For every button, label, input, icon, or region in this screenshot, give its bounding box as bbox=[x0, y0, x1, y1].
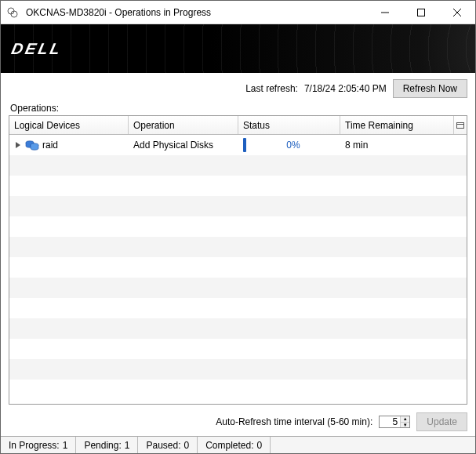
spinner-down-icon[interactable]: ▼ bbox=[401, 423, 409, 428]
col-header-logical-devices[interactable]: Logical Devices bbox=[9, 116, 129, 134]
col-header-time-remaining[interactable]: Time Remaining bbox=[340, 116, 454, 134]
status-in-progress: In Progress: 1 bbox=[1, 437, 76, 453]
titlebar: OKCNAS-MD3820i - Operations in Progress bbox=[1, 1, 475, 24]
empty-row bbox=[9, 359, 467, 380]
table-body[interactable]: raid Add Physical Disks 0% 8 min bbox=[9, 135, 467, 404]
table-row[interactable]: raid Add Physical Disks 0% 8 min bbox=[9, 135, 467, 155]
last-refresh-label: Last refresh: bbox=[245, 83, 298, 94]
cell-logical-device: raid bbox=[9, 135, 129, 155]
app-icon bbox=[1, 7, 24, 18]
col-header-operation[interactable]: Operation bbox=[129, 116, 238, 134]
auto-refresh-spinner[interactable]: ▲ ▼ bbox=[379, 416, 410, 428]
empty-row bbox=[9, 237, 467, 257]
empty-row bbox=[9, 216, 467, 237]
refresh-row: Last refresh: 7/18/24 2:05:40 PM Refresh… bbox=[1, 73, 475, 101]
operations-table: Logical Devices Operation Status Time Re… bbox=[9, 115, 467, 405]
svg-rect-3 bbox=[418, 9, 425, 16]
empty-row bbox=[9, 176, 467, 196]
maximize-button[interactable] bbox=[403, 1, 439, 24]
empty-row bbox=[9, 298, 467, 318]
minimize-button[interactable] bbox=[367, 1, 403, 24]
operations-label: Operations: bbox=[1, 101, 475, 115]
empty-row bbox=[9, 339, 467, 359]
window-title: OKCNAS-MD3820i - Operations in Progress bbox=[24, 7, 367, 18]
table-header: Logical Devices Operation Status Time Re… bbox=[9, 116, 467, 135]
svg-rect-6 bbox=[457, 122, 464, 128]
col-header-status[interactable]: Status bbox=[238, 116, 340, 134]
empty-row bbox=[9, 278, 467, 298]
svg-marker-8 bbox=[16, 142, 20, 148]
empty-row bbox=[9, 257, 467, 278]
brand-banner: DELL bbox=[1, 24, 475, 73]
empty-row bbox=[9, 155, 467, 176]
progress-percent: 0% bbox=[251, 140, 336, 151]
status-bar: In Progress: 1 Pending: 1 Paused: 0 Comp… bbox=[1, 436, 475, 453]
disk-group-icon bbox=[25, 139, 39, 151]
empty-row bbox=[9, 196, 467, 216]
column-picker-button[interactable] bbox=[454, 116, 467, 134]
device-name: raid bbox=[42, 140, 58, 151]
window-controls bbox=[367, 1, 475, 24]
progress-bar bbox=[243, 138, 246, 152]
auto-refresh-row: Auto-Refresh time interval (5-60 min): ▲… bbox=[1, 409, 475, 436]
status-paused: Paused: 0 bbox=[138, 437, 198, 453]
status-completed: Completed: 0 bbox=[198, 437, 271, 453]
refresh-now-button[interactable]: Refresh Now bbox=[393, 79, 467, 98]
expand-icon[interactable] bbox=[14, 141, 22, 149]
cell-status: 0% bbox=[238, 135, 340, 155]
cell-time-remaining: 8 min bbox=[340, 135, 467, 155]
update-button[interactable]: Update bbox=[416, 412, 467, 431]
cell-operation: Add Physical Disks bbox=[129, 135, 238, 155]
dell-logo: DELL bbox=[10, 40, 64, 58]
status-pending: Pending: 1 bbox=[76, 437, 138, 453]
last-refresh-time: 7/18/24 2:05:40 PM bbox=[304, 83, 387, 94]
spinner-up-icon[interactable]: ▲ bbox=[401, 416, 409, 423]
empty-row bbox=[9, 318, 467, 339]
auto-refresh-input[interactable] bbox=[380, 416, 400, 427]
auto-refresh-label: Auto-Refresh time interval (5-60 min): bbox=[216, 416, 372, 427]
close-button[interactable] bbox=[439, 1, 475, 24]
